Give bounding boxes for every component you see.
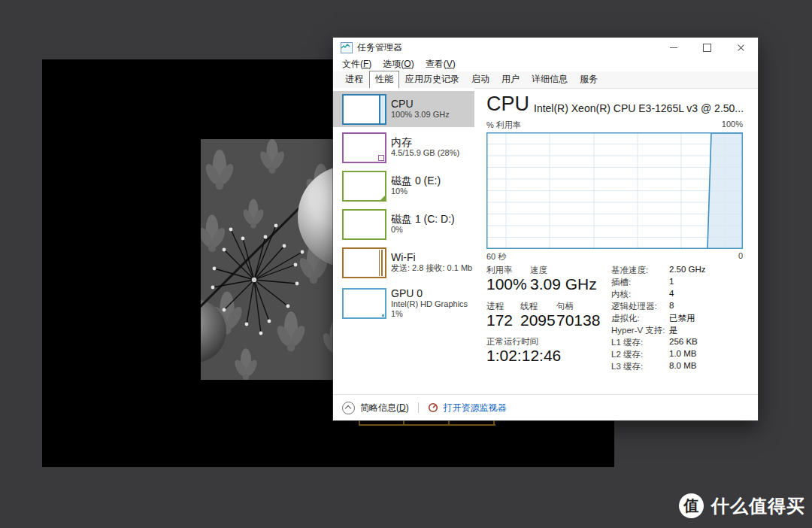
menu-bar: 文件(F) 选项(O) 查看(V) — [333, 57, 758, 71]
processor-name: Intel(R) Xeon(R) CPU E3-1265L v3 @ 2.50.… — [534, 102, 744, 114]
tab-details[interactable]: 详细信息 — [526, 71, 574, 89]
footer-bar: 简略信息(D) 打开资源监视器 — [333, 394, 758, 420]
maximize-icon — [703, 44, 711, 52]
l2-cache-label: L2 缓存: — [611, 349, 643, 360]
wifi-mini-graph — [342, 247, 386, 278]
tab-processes[interactable]: 进程 — [339, 71, 369, 89]
sockets-label: 插槽: — [611, 277, 631, 288]
cores-label: 内核: — [611, 289, 631, 300]
minimize-icon — [670, 47, 677, 48]
footer-divider — [418, 402, 419, 413]
menu-view[interactable]: 查看(V) — [426, 58, 456, 71]
base-speed-value: 2.50 GHz — [669, 265, 706, 274]
hyperv-label: Hyper-V 支持: — [611, 325, 665, 336]
maximize-button[interactable] — [690, 38, 724, 57]
sidebar-item-disk1[interactable]: 磁盘 1 (C: D:) 0% — [333, 206, 474, 242]
sidebar-item-disk0[interactable]: 磁盘 0 (E:) 10% — [333, 168, 474, 204]
l3-cache-label: L3 缓存: — [611, 361, 643, 372]
tab-performance[interactable]: 性能 — [369, 71, 399, 89]
window-controls — [656, 38, 758, 57]
title-bar: 任务管理器 — [333, 38, 758, 57]
logical-processors-label: 逻辑处理器: — [611, 301, 657, 312]
background-photo — [201, 139, 351, 380]
tab-bar: 进程 性能 应用历史记录 启动 用户 详细信息 服务 — [333, 71, 758, 89]
task-manager-icon — [341, 42, 353, 53]
menu-file[interactable]: 文件(F) — [342, 58, 371, 71]
disk1-mini-graph — [342, 209, 386, 240]
threads-value: 2095 — [520, 311, 556, 329]
speed-value: 3.09 GHz — [530, 275, 597, 293]
chart-y-max-label: 100% — [476, 120, 743, 129]
collapse-icon — [342, 402, 355, 414]
base-speed-label: 基准速度: — [611, 265, 648, 276]
chart-x-right-label: 0 — [476, 251, 743, 260]
sockets-value: 1 — [669, 277, 674, 286]
cpu-performance-panel: CPU Intel(R) Xeon(R) CPU E3-1265L v3 @ 2… — [476, 88, 758, 395]
utilization-label: 利用率 — [486, 265, 513, 276]
uptime-label: 正常运行时间 — [486, 336, 538, 347]
performance-sidebar: CPU 100% 3.09 GHz 内存 4.5/15.9 GB (28%) 磁… — [333, 88, 474, 395]
smzdm-watermark-text: 什么值得买 — [711, 494, 805, 518]
threads-label: 线程 — [520, 301, 538, 312]
hyperv-value: 是 — [669, 325, 678, 336]
close-button[interactable] — [724, 38, 758, 57]
sidebar-item-memory[interactable]: 内存 4.5/15.9 GB (28%) — [333, 129, 474, 165]
l2-cache-value: 1.0 MB — [669, 349, 696, 358]
task-manager-window: 任务管理器 文件(F) 选项(O) 查看(V) 进程 性能 应用历史记录 启动 … — [333, 38, 758, 420]
sidebar-item-cpu[interactable]: CPU 100% 3.09 GHz — [333, 91, 474, 127]
window-title: 任务管理器 — [357, 41, 402, 54]
cores-value: 4 — [669, 289, 674, 298]
l1-cache-value: 256 KB — [669, 337, 698, 346]
l1-cache-label: L1 缓存: — [611, 337, 643, 348]
minimize-button[interactable] — [656, 38, 690, 57]
open-resource-monitor-link[interactable]: 打开资源监视器 — [444, 402, 507, 414]
smzdm-logo-icon: 值 — [679, 493, 704, 518]
cpu-mini-graph — [342, 94, 386, 125]
smzdm-watermark: 值 什么值得买 — [679, 493, 805, 518]
logical-processors-value: 8 — [669, 301, 674, 310]
sidebar-item-wifi[interactable]: Wi-Fi 发送: 2.8 接收: 0.1 Mb — [333, 244, 474, 281]
screen: 任务管理器 文件(F) 选项(O) 查看(V) 进程 性能 应用历史记录 启动 … — [0, 0, 812, 528]
sidebar-item-gpu[interactable]: GPU 0 Intel(R) HD Graphics 1% — [333, 283, 474, 323]
disk0-mini-graph — [342, 171, 386, 202]
menu-options[interactable]: 选项(O) — [383, 58, 414, 71]
processes-label: 进程 — [486, 301, 504, 312]
handles-value: 70138 — [556, 311, 600, 329]
virtualization-value: 已禁用 — [669, 313, 695, 324]
tab-app-history[interactable]: 应用历史记录 — [399, 71, 465, 89]
gpu-mini-graph — [342, 288, 386, 319]
uptime-value: 1:02:12:46 — [486, 347, 561, 365]
summary-view-button[interactable]: 简略信息(D) — [360, 402, 409, 414]
tab-users[interactable]: 用户 — [495, 71, 526, 89]
tab-services[interactable]: 服务 — [574, 71, 604, 89]
close-icon — [737, 44, 745, 52]
speed-label: 速度 — [530, 265, 547, 276]
processes-value: 172 — [486, 311, 513, 329]
l3-cache-value: 8.0 MB — [669, 361, 696, 370]
memory-mini-graph — [342, 132, 386, 163]
utilization-value: 100% — [486, 275, 527, 293]
virtualization-label: 虚拟化: — [611, 313, 640, 324]
cpu-utilization-chart — [486, 132, 743, 249]
handles-label: 句柄 — [556, 301, 574, 312]
tab-startup[interactable]: 启动 — [465, 71, 495, 89]
panel-title: CPU — [486, 93, 529, 116]
resource-monitor-icon — [428, 402, 438, 413]
